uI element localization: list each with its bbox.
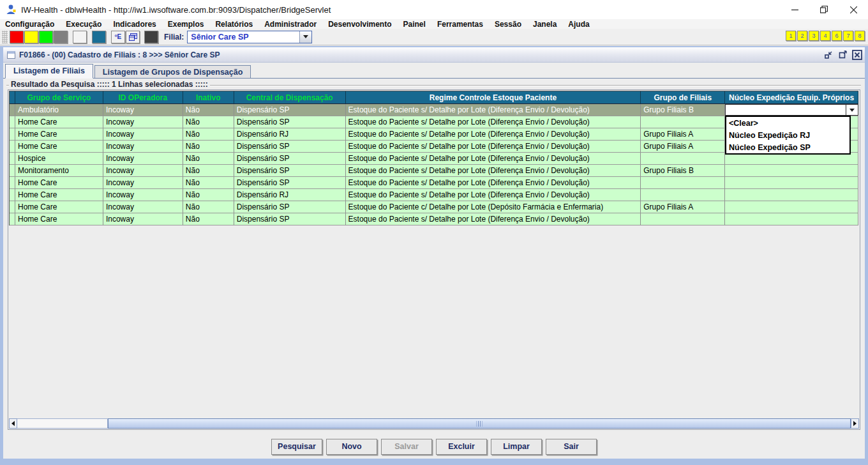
cell-regime-controle[interactable]: Estoque do Paciente s/ Detalhe por Lote … (346, 128, 641, 141)
combo-editor-field[interactable] (726, 105, 846, 115)
column-header[interactable]: Regime Controle Estoque Paciente (346, 91, 641, 104)
cell-regime-controle[interactable]: Estoque do Paciente s/ Detalhe por Lote … (346, 177, 641, 189)
cell-nucleo-expedicao[interactable] (725, 213, 858, 225)
cell-nucleo-expedicao[interactable] (725, 201, 858, 213)
table-row[interactable]: Home Care Incoway Não Dispensário SP Est… (10, 213, 858, 225)
cell-inativo[interactable]: Não (183, 177, 234, 189)
action-button[interactable]: Salvar (381, 439, 432, 455)
cell-central-dispensacao[interactable]: Dispensário SP (234, 104, 346, 116)
cell-grupo-servico[interactable]: Hospice (15, 153, 103, 165)
dropdown-option[interactable]: Núcleo Expedição SP (726, 141, 849, 153)
menu-item[interactable]: Painel (403, 20, 426, 29)
cell-inativo[interactable]: Não (183, 165, 234, 177)
tab-listagem-grupos-dispensacao[interactable]: Listagem de Grupos de Dispensação (94, 65, 251, 78)
action-button[interactable]: Novo (326, 439, 377, 455)
cell-regime-controle[interactable]: Estoque do Paciente s/ Detalhe por Lote … (346, 104, 641, 116)
menu-item[interactable]: Ajuda (568, 20, 589, 29)
cell-id-operadora[interactable]: Incoway (103, 189, 183, 201)
menu-item[interactable]: Janela (533, 20, 557, 29)
menu-item[interactable]: Relatórios (215, 20, 253, 29)
action-button[interactable]: Limpar (491, 439, 542, 455)
scrollbar-track[interactable] (17, 418, 108, 429)
table-row[interactable]: Home Care Incoway Não Dispensário RJ Est… (10, 189, 858, 201)
menu-item[interactable]: Desenvolvimento (328, 20, 391, 29)
cell-grupo-filiais[interactable]: Grupo Filiais A (641, 141, 725, 153)
window-shortcut-button[interactable]: 8 (855, 31, 865, 41)
cell-central-dispensacao[interactable]: Dispensário SP (234, 153, 346, 165)
internal-frame-titlebar[interactable]: F01866 - (00) Cadastro de Filiais : 8 >>… (3, 47, 865, 63)
window-shortcut-button[interactable]: 2 (797, 31, 807, 41)
cell-id-operadora[interactable]: Incoway (103, 165, 183, 177)
cell-grupo-filiais[interactable] (641, 213, 725, 225)
cell-inativo[interactable]: Não (183, 116, 234, 128)
cell-regime-controle[interactable]: Estoque do Paciente s/ Detalhe por Lote … (346, 116, 641, 128)
cell-inativo[interactable]: Não (183, 201, 234, 213)
toolbar-swatch-button[interactable] (39, 31, 53, 43)
toolbar-grip[interactable] (2, 31, 8, 43)
cell-grupo-filiais[interactable] (641, 189, 725, 201)
degree-e-icon-button[interactable]: ºE (111, 31, 125, 43)
menu-item[interactable]: Execução (66, 20, 101, 29)
menu-item[interactable]: Administrador (264, 20, 317, 29)
dropdown-option[interactable]: <Clear> (726, 117, 849, 129)
restore-button[interactable] (809, 0, 839, 19)
scroll-right-button[interactable] (851, 418, 859, 429)
cell-grupo-servico[interactable]: Home Care (15, 141, 103, 153)
menu-item[interactable]: Exemplos (168, 20, 204, 29)
column-header[interactable]: ID OPeradora (103, 91, 183, 104)
cell-grupo-filiais[interactable] (641, 116, 725, 128)
cell-grupo-filiais[interactable]: Grupo Filiais B (641, 104, 725, 116)
cell-id-operadora[interactable]: Incoway (103, 213, 183, 225)
menu-item[interactable]: Sessão (495, 20, 521, 29)
cell-inativo[interactable]: Não (183, 141, 234, 153)
cell-inativo[interactable]: Não (183, 104, 234, 116)
tab-listagem-filiais[interactable]: Listagem de Filiais (5, 64, 93, 79)
cell-id-operadora[interactable]: Incoway (103, 128, 183, 141)
close-button[interactable] (839, 0, 868, 19)
cell-grupo-filiais[interactable]: Grupo Filiais B (641, 165, 725, 177)
cell-nucleo-expedicao[interactable] (725, 165, 858, 177)
cell-regime-controle[interactable]: Estoque do Paciente s/ Detalhe por Lote … (346, 165, 641, 177)
menu-item[interactable]: Indicadores (113, 20, 156, 29)
cell-combo-editor[interactable] (725, 104, 858, 116)
cell-central-dispensacao[interactable]: Dispensário SP (234, 165, 346, 177)
column-header[interactable]: Central de Dispensação (234, 91, 346, 104)
menu-item[interactable]: Ferramentas (437, 20, 483, 29)
cell-id-operadora[interactable]: Incoway (103, 177, 183, 189)
cell-id-operadora[interactable]: Incoway (103, 153, 183, 165)
toolbar-swatch-button[interactable] (54, 31, 68, 43)
cell-regime-controle[interactable]: Estoque do Paciente c/ Detalhe por Lote … (346, 201, 641, 213)
toolbar-swatch-button[interactable] (92, 31, 106, 43)
table-row[interactable]: Home Care Incoway Não Dispensário SP Est… (10, 177, 858, 189)
action-button[interactable]: Excluir (436, 439, 487, 455)
cell-inativo[interactable]: Não (183, 128, 234, 141)
action-button[interactable]: Sair (546, 439, 597, 455)
window-shortcut-button[interactable]: 6 (832, 31, 842, 41)
table-row[interactable]: Home Care Incoway Não Dispensário SP Est… (10, 201, 858, 213)
cell-central-dispensacao[interactable]: Dispensário SP (234, 141, 346, 153)
table-row[interactable]: Monitoramento Incoway Não Dispensário SP… (10, 165, 858, 177)
filial-combo-arrow-button[interactable] (299, 31, 311, 43)
dark-swatch-button[interactable] (144, 31, 158, 43)
cell-id-operadora[interactable]: Incoway (103, 104, 183, 116)
cell-grupo-filiais[interactable]: Grupo Filiais A (641, 201, 725, 213)
minimize-button[interactable] (780, 0, 809, 19)
scroll-left-button[interactable] (9, 418, 17, 429)
cell-grupo-filiais[interactable] (641, 153, 725, 165)
cell-regime-controle[interactable]: Estoque do Paciente s/ Detalhe por Lote … (346, 153, 641, 165)
frame-minimize-button[interactable] (823, 49, 834, 60)
cell-id-operadora[interactable]: Incoway (103, 116, 183, 128)
cell-grupo-servico[interactable]: Ambulatório (15, 104, 103, 116)
cell-central-dispensacao[interactable]: Dispensário RJ (234, 128, 346, 141)
cell-inativo[interactable]: Não (183, 153, 234, 165)
cell-grupo-servico[interactable]: Home Care (15, 116, 103, 128)
action-button[interactable]: Pesquisar (271, 439, 322, 455)
cell-regime-controle[interactable]: Estoque do Paciente s/ Detalhe por Lote … (346, 213, 641, 225)
cell-grupo-servico[interactable]: Home Care (15, 177, 103, 189)
cell-inativo[interactable]: Não (183, 213, 234, 225)
cell-central-dispensacao[interactable]: Dispensário SP (234, 201, 346, 213)
combo-editor-arrow-button[interactable] (846, 105, 858, 115)
cell-nucleo-expedicao[interactable] (725, 189, 858, 201)
cell-grupo-servico[interactable]: Home Care (15, 201, 103, 213)
cell-regime-controle[interactable]: Estoque do Paciente s/ Detalhe por Lote … (346, 189, 641, 201)
